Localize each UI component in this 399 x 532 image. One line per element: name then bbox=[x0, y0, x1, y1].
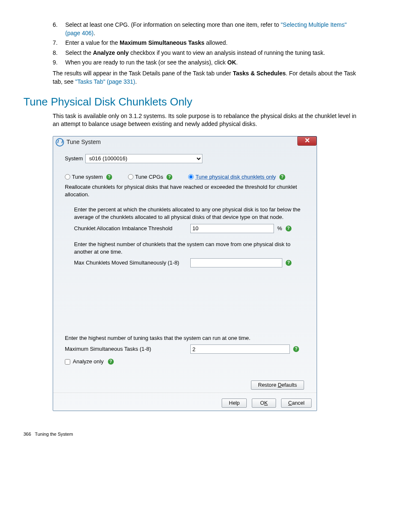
help-button[interactable]: Help bbox=[222, 398, 247, 408]
step-number: 8. bbox=[53, 49, 65, 57]
results-paragraph: The results will appear in the Task Deta… bbox=[53, 69, 362, 86]
help-icon[interactable]: ? bbox=[286, 260, 292, 266]
close-button[interactable]: ✕ bbox=[297, 136, 317, 146]
threshold-input[interactable] bbox=[190, 224, 274, 233]
dialog-body: System s016 (1000016) Tune system ? Tune… bbox=[53, 148, 317, 411]
maxchunk-hint: Enter the highest number of chunklets th… bbox=[74, 241, 308, 256]
radio-input[interactable] bbox=[128, 174, 133, 180]
radio-input[interactable] bbox=[65, 174, 70, 180]
maxchunk-block: Enter the highest number of chunklets th… bbox=[74, 241, 308, 267]
step-text: Enter a value for the Maximum Simultaneo… bbox=[65, 39, 362, 47]
help-icon[interactable]: ? bbox=[108, 359, 114, 365]
maxchunk-input[interactable] bbox=[190, 258, 282, 267]
dialog-titlebar: Tune System ✕ bbox=[53, 136, 317, 148]
step-list: 6. Select at least one CPG. (For informa… bbox=[53, 21, 362, 67]
step-number: 6. bbox=[53, 21, 65, 37]
threshold-label: Chunklet Allocation Imbalance Threshold bbox=[74, 225, 190, 232]
ok-button[interactable]: OK bbox=[252, 398, 276, 408]
help-icon[interactable]: ? bbox=[286, 226, 292, 231]
page-number: 366 bbox=[23, 432, 31, 437]
restore-defaults-button[interactable]: Restore Defaults bbox=[251, 380, 304, 390]
step-text: Select at least one CPG. (For informatio… bbox=[65, 21, 362, 37]
dialog-title: Tune System bbox=[66, 138, 101, 146]
help-icon[interactable]: ? bbox=[106, 174, 112, 180]
page-footer: 366 Tuning the System bbox=[23, 431, 362, 437]
threshold-unit: % bbox=[277, 225, 282, 232]
radio-input[interactable] bbox=[188, 174, 194, 180]
chapter-title: Tuning the System bbox=[35, 432, 73, 437]
cancel-button[interactable]: Cancel bbox=[281, 398, 312, 408]
list-item: 6. Select at least one CPG. (For informa… bbox=[53, 21, 362, 37]
list-item: 7. Enter a value for the Maximum Simulta… bbox=[53, 39, 362, 47]
list-item: 9. When you are ready to run the task (o… bbox=[53, 59, 362, 67]
step-number: 9. bbox=[53, 59, 65, 67]
step-number: 7. bbox=[53, 39, 65, 47]
section-title: Tune Physical Disk Chunklets Only bbox=[23, 94, 362, 109]
radio-tune-cpgs[interactable]: Tune CPGs ? bbox=[128, 173, 172, 181]
bottom-group: Enter the highest number of tuning tasks… bbox=[65, 334, 308, 390]
step-text: When you are ready to run the task (or s… bbox=[65, 59, 362, 67]
radio-tune-system[interactable]: Tune system ? bbox=[65, 173, 112, 181]
step-text: Select the Analyze only checkbox if you … bbox=[65, 49, 362, 57]
maxtasks-input[interactable] bbox=[190, 344, 290, 354]
system-row: System s016 (1000016) bbox=[65, 154, 308, 163]
dialog-button-bar: Help OK Cancel bbox=[222, 398, 312, 408]
intro-paragraph: This task is available only on 3.1.2 sys… bbox=[53, 112, 362, 129]
help-icon[interactable]: ? bbox=[293, 346, 299, 352]
maxchunk-label: Max Chunklets Moved Simultaneously (1-8) bbox=[74, 259, 190, 267]
list-item: 8. Select the Analyze only checkbox if y… bbox=[53, 49, 362, 57]
help-icon[interactable]: ? bbox=[279, 174, 285, 180]
maxtasks-hint: Enter the highest number of tuning tasks… bbox=[65, 334, 308, 342]
tune-system-dialog: Tune System ✕ System s016 (1000016) Tune… bbox=[53, 136, 317, 411]
system-select[interactable]: s016 (1000016) bbox=[85, 154, 202, 163]
analyze-only-label: Analyze only bbox=[73, 358, 104, 365]
radio-tune-pd-chunklets[interactable]: Tune physical disk chunklets only ? bbox=[188, 173, 285, 181]
analyze-only-row[interactable]: Analyze only ? bbox=[65, 358, 308, 365]
analyze-only-checkbox[interactable] bbox=[65, 359, 70, 365]
threshold-hint: Enter the percent at which the chunklets… bbox=[74, 206, 308, 221]
link-tasks-tab[interactable]: "Tasks Tab" (page 331) bbox=[75, 78, 136, 85]
threshold-block: Enter the percent at which the chunklets… bbox=[74, 206, 308, 233]
help-icon[interactable]: ? bbox=[166, 174, 172, 180]
hp-logo-icon bbox=[56, 138, 64, 146]
system-label: System bbox=[65, 155, 83, 162]
maxtasks-label: Maximum Simultaneous Tasks (1-8) bbox=[65, 345, 190, 353]
tune-mode-radios: Tune system ? Tune CPGs ? Tune physical … bbox=[65, 173, 308, 181]
mode-description: Reallocate chunklets for physical disks … bbox=[65, 183, 308, 198]
